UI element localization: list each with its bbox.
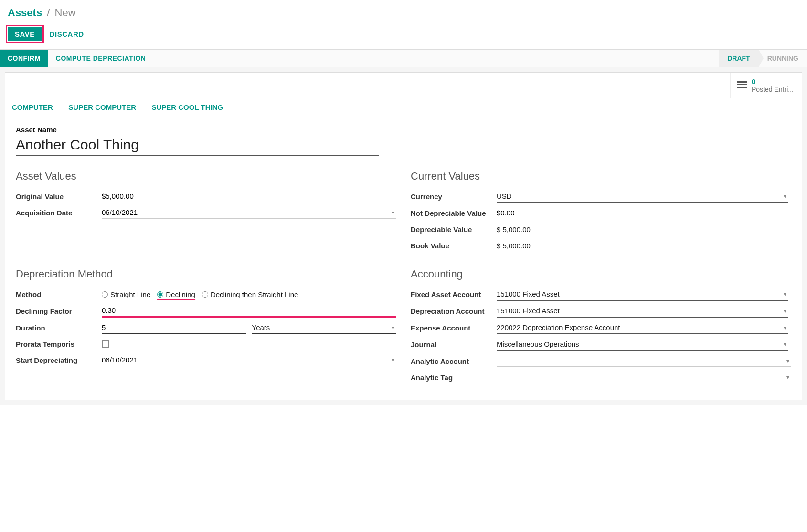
asset-values-title: Asset Values [16,170,396,182]
chevron-down-icon[interactable]: ▾ [390,209,396,216]
depreciation-account-label: Depreciation Account [411,307,497,315]
related-tab[interactable]: SUPER COOL THING [151,103,223,111]
posted-entries-count: 0 [752,77,794,85]
related-records: COMPUTER SUPER COMPUTER SUPER COOL THING [5,98,802,117]
currency-value: USD [497,192,512,200]
prorata-row: Prorata Temporis [16,336,396,352]
original-value-label: Original Value [16,192,102,201]
method-declining[interactable]: Declining [157,290,195,298]
duration-number-field[interactable] [102,323,246,331]
columns-2: Depreciation Method Method Straight Line… [16,268,791,385]
columns-1: Asset Values Original Value Acquisition … [16,170,791,254]
journal-value: Miscellaneous Operations [497,340,579,348]
chevron-down-icon[interactable]: ▾ [782,291,788,298]
currency-row: Currency USD ▾ [411,188,791,205]
confirm-button[interactable]: CONFIRM [0,50,48,67]
analytic-tag-row: Analytic Tag ▾ [411,369,791,385]
asset-name-label: Asset Name [16,126,791,134]
asset-name-input[interactable] [16,134,379,156]
acquisition-date-field[interactable] [102,208,390,216]
fixed-asset-account-select[interactable]: 151000 Fixed Asset ▾ [497,288,788,301]
sheet-body: Asset Name Asset Values Original Value A… [5,117,802,400]
prorata-checkbox[interactable] [102,340,109,348]
method-radio-group: Straight Line Declining Declining then S… [102,290,298,298]
statusbar-left: CONFIRM COMPUTE DEPRECIATION [0,50,153,67]
button-box: 0 Posted Entri... [5,73,802,98]
breadcrumb: Assets / New [0,0,807,22]
analytic-account-select[interactable]: ▾ [497,356,791,367]
duration-row: Duration Years ▾ [16,319,396,336]
start-depreciating-input[interactable]: ▾ [102,354,396,366]
duration-label: Duration [16,324,102,332]
form-actions: SAVE DISCARD [0,22,807,49]
expense-account-value: 220022 Depreciation Expense Account [497,323,620,331]
radio-label: Straight Line [110,290,150,298]
start-depreciating-row: Start Depreciating ▾ [16,352,396,368]
form-sheet: 0 Posted Entri... COMPUTER SUPER COMPUTE… [5,72,802,400]
statusbar-stages: DRAFT RUNNING [719,50,807,67]
fixed-asset-account-label: Fixed Asset Account [411,290,497,298]
not-depreciable-field[interactable] [497,209,791,217]
not-depreciable-input[interactable] [497,207,791,219]
declining-factor-label: Declining Factor [16,307,102,315]
accounting-section: Accounting Fixed Asset Account 151000 Fi… [411,268,791,385]
journal-label: Journal [411,340,497,349]
currency-label: Currency [411,192,497,201]
stage-running[interactable]: RUNNING [759,50,807,67]
not-depreciable-label: Not Depreciable Value [411,209,497,217]
depreciation-method-title: Depreciation Method [16,268,396,280]
related-tab[interactable]: COMPUTER [12,103,53,111]
analytic-account-row: Analytic Account ▾ [411,353,791,369]
radio-declining[interactable] [157,291,163,298]
breadcrumb-root[interactable]: Assets [8,7,42,19]
discard-button[interactable]: DISCARD [50,30,84,38]
chevron-down-icon[interactable]: ▾ [390,357,396,363]
breadcrumb-leaf: New [55,7,76,19]
not-depreciable-row: Not Depreciable Value [411,205,791,221]
duration-unit-select[interactable]: Years ▾ [252,321,397,334]
statusbar: CONFIRM COMPUTE DEPRECIATION DRAFT RUNNI… [0,49,807,67]
currency-select[interactable]: USD ▾ [497,190,788,203]
depreciation-account-row: Depreciation Account 151000 Fixed Asset … [411,303,791,319]
radio-straight[interactable] [102,291,108,298]
method-straight-line[interactable]: Straight Line [102,290,150,298]
chevron-down-icon[interactable]: ▾ [785,374,791,381]
posted-entries-button[interactable]: 0 Posted Entri... [730,73,802,98]
chevron-down-icon[interactable]: ▾ [782,341,788,348]
analytic-tag-select[interactable]: ▾ [497,372,791,383]
current-values-title: Current Values [411,170,791,182]
depreciable-value: $ 5,000.00 [497,223,791,235]
asset-values-section: Asset Values Original Value Acquisition … [16,170,396,254]
start-depreciating-label: Start Depreciating [16,356,102,364]
radio-label: Declining [166,290,195,298]
stat-text: 0 Posted Entri... [752,77,794,93]
expense-account-select[interactable]: 220022 Depreciation Expense Account ▾ [497,321,788,334]
original-value-field[interactable] [102,192,396,200]
form-sheet-outer: 0 Posted Entri... COMPUTER SUPER COMPUTE… [0,67,807,405]
method-declining-straight[interactable]: Declining then Straight Line [202,290,298,298]
chevron-down-icon[interactable]: ▾ [785,358,791,364]
original-value-input[interactable] [102,190,396,202]
stage-draft[interactable]: DRAFT [719,50,758,67]
journal-select[interactable]: Miscellaneous Operations ▾ [497,338,788,351]
expense-account-row: Expense Account 220022 Depreciation Expe… [411,319,791,336]
start-depreciating-field[interactable] [102,356,390,364]
declining-factor-input[interactable] [102,304,396,318]
depreciation-account-select[interactable]: 151000 Fixed Asset ▾ [497,305,788,318]
chevron-down-icon[interactable]: ▾ [782,308,788,314]
posted-entries-label: Posted Entri... [752,85,794,93]
depreciable-label: Depreciable Value [411,225,497,234]
duration-number-input[interactable] [102,321,246,334]
chevron-down-icon[interactable]: ▾ [782,193,788,200]
related-tab[interactable]: SUPER COMPUTER [68,103,136,111]
chevron-down-icon[interactable]: ▾ [782,324,788,331]
chevron-down-icon[interactable]: ▾ [390,324,396,331]
save-button[interactable]: SAVE [8,27,42,41]
radio-declining-straight[interactable] [202,291,208,298]
acquisition-date-input[interactable]: ▾ [102,206,396,219]
radio-label: Declining then Straight Line [211,290,298,298]
declining-factor-field[interactable] [102,306,396,314]
declining-factor-row: Declining Factor [16,302,396,319]
compute-depreciation-button[interactable]: COMPUTE DEPRECIATION [48,50,154,67]
fixed-asset-account-row: Fixed Asset Account 151000 Fixed Asset ▾ [411,286,791,303]
